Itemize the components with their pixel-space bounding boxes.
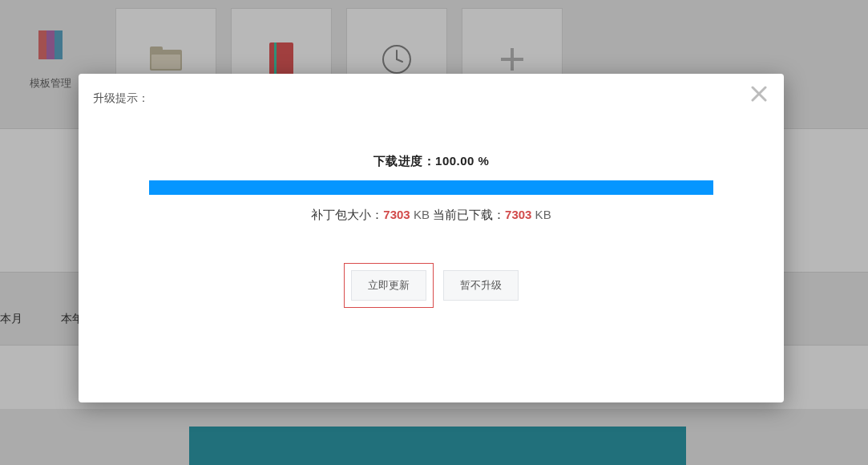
modal-button-row: 立即更新 暂不升级 — [93, 263, 769, 308]
download-size-line: 补丁包大小：7303 KB 当前已下载：7303 KB — [93, 208, 769, 223]
upgrade-modal: 升级提示： 下载进度：100.00 % 补丁包大小：7303 KB 当前已下载：… — [79, 74, 784, 402]
progress-bar-fill — [149, 180, 713, 195]
downloaded-label: 当前已下载： — [433, 208, 505, 221]
progress-prefix: 下载进度： — [373, 154, 436, 168]
primary-action-highlight: 立即更新 — [344, 263, 434, 308]
progress-value: 100.00 % — [435, 154, 489, 168]
update-now-button[interactable]: 立即更新 — [351, 270, 426, 301]
modal-title: 升级提示： — [93, 91, 769, 106]
downloaded-unit: KB — [531, 208, 551, 221]
patch-size-unit: KB — [410, 208, 433, 221]
skip-upgrade-button[interactable]: 暂不升级 — [443, 270, 519, 301]
patch-size-value: 7303 — [383, 208, 410, 221]
downloaded-value: 7303 — [505, 208, 531, 221]
progress-bar — [149, 180, 713, 195]
modal-close-button[interactable] — [747, 83, 771, 107]
patch-size-label: 补丁包大小： — [311, 208, 383, 221]
download-progress-label: 下载进度：100.00 % — [93, 154, 769, 169]
close-icon — [751, 86, 767, 105]
